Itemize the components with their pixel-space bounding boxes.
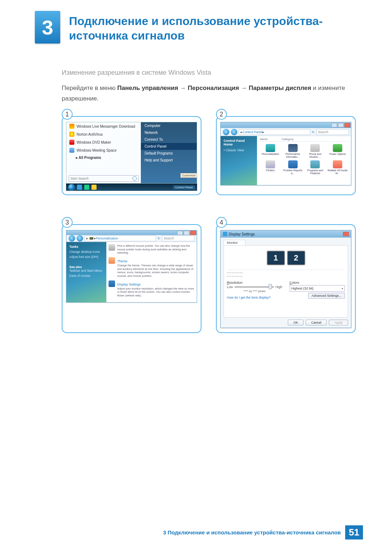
start-orb-icon[interactable] [68, 184, 75, 190]
cp-item-icon [288, 160, 298, 168]
cp-item-icon [266, 160, 275, 168]
slider-thumb[interactable] [269, 284, 272, 289]
pz-item[interactable]: Pick a different mouse pointer. You can … [109, 244, 195, 255]
section-subheading: Изменение разрешения в системе Windows V… [62, 69, 356, 77]
close-button[interactable] [344, 123, 350, 127]
window-titlebar [221, 122, 351, 128]
breadcrumb[interactable]: ▸ Control Panel ▸ [239, 129, 310, 135]
figure-1: 1 Windows Live Messenger Download Norton… [62, 116, 201, 195]
pz-side-link[interactable]: Taskbar and Start Menu [69, 269, 103, 272]
cp-classic-view-link[interactable]: • Classic View [224, 148, 254, 152]
advanced-settings-button[interactable]: Advanced Settings... [308, 293, 345, 299]
start-menu-screenshot: Windows Live Messenger Download Norton A… [66, 122, 197, 191]
pz-item-title: Theme [117, 259, 195, 263]
page: 3 Подключение и использование устройства… [0, 0, 392, 554]
instr-step3: Параметры дисплея [249, 85, 311, 91]
sm-right-item[interactable]: Help and Support [141, 157, 197, 164]
maximize-button[interactable] [184, 231, 189, 235]
sm-right-item[interactable]: Default Programs [141, 150, 197, 157]
close-button[interactable] [190, 231, 196, 235]
figure-3: 3 ‹ › ▸ 📟 ▸ Personalization ↻ Search Tas… [62, 224, 201, 333]
figure-2: 2 ‹ › ▸ Control Panel ▸ ↻ Search Control… [216, 116, 356, 195]
sm-right-item[interactable]: Network [141, 129, 197, 136]
dialog-titlebar: Display Settings [221, 230, 351, 238]
monitor-name-placeholder: ********** [227, 271, 345, 275]
cp-item-label: Personalization [260, 153, 281, 156]
cancel-button[interactable]: Cancel [306, 320, 327, 325]
search-box[interactable]: Search [162, 235, 195, 241]
cp-icon-item[interactable]: Problem Reports a... [282, 160, 303, 175]
start-menu-item[interactable]: Windows Live Messenger Download [66, 122, 141, 130]
pz-item[interactable]: Display SettingsAdjust your monitor reso… [109, 280, 195, 298]
pz-item[interactable]: ThemeChange the theme. Themes can change… [109, 257, 195, 278]
taskbar: Control Panel [66, 184, 197, 191]
maximize-button[interactable] [338, 123, 344, 127]
taskbar-icon[interactable] [91, 185, 97, 190]
start-search-box[interactable] [69, 175, 139, 182]
cp-home-link[interactable]: Control Panel Home [224, 139, 254, 146]
monitor-1[interactable]: 1 [267, 251, 285, 265]
taskbar-icon[interactable] [84, 185, 89, 190]
cp-item-label: Problem Reports a... [282, 169, 303, 175]
taskbar-icon[interactable] [77, 185, 82, 190]
cp-icon-item[interactable]: Phone and Modem ... [305, 144, 326, 158]
pz-side-link[interactable]: Adjust font size (DPI) [69, 255, 103, 259]
cp-icon-item[interactable]: Personalization [260, 144, 281, 158]
close-button[interactable] [343, 232, 349, 236]
colors-value: Highest (32 bit) [291, 287, 314, 290]
address-bar: ‹ › ▸ Control Panel ▸ ↻ Search [221, 128, 351, 136]
sm-item-label: Windows Live Messenger Download [77, 124, 135, 128]
footer-chapter-title: 3 Подключение и использование устройства… [163, 529, 341, 535]
slider-high: High [275, 285, 282, 289]
start-menu-item[interactable]: Windows Meeting Space [66, 146, 141, 154]
forward-button[interactable]: › [231, 129, 237, 135]
search-box[interactable]: Search [316, 129, 349, 135]
breadcrumb[interactable]: ▸ 📟 ▸ Personalization [85, 235, 156, 241]
pz-side-link[interactable]: Change desktop icons [69, 250, 103, 254]
pz-item-icon [109, 244, 115, 251]
pz-sidebar: Tasks Change desktop icons Adjust font s… [66, 242, 106, 302]
monitor-2[interactable]: 2 [287, 251, 305, 265]
cp-icon-item[interactable]: Performance Informatio... [282, 144, 303, 158]
minimize-button[interactable] [177, 231, 183, 235]
start-search-input[interactable] [70, 177, 137, 180]
window-titlebar [66, 230, 197, 235]
cp-sidebar: Control Panel Home • Classic View [221, 136, 257, 185]
back-button[interactable]: ‹ [223, 129, 229, 135]
cp-item-icon [333, 144, 342, 152]
content-block: Изменение разрешения в системе Windows V… [62, 69, 356, 104]
start-menu-item[interactable]: Windows DVD Maker [66, 138, 141, 146]
ok-button[interactable]: OK [288, 320, 303, 325]
sm-right-item-control-panel[interactable]: Control Panel [141, 143, 197, 150]
taskbar-task-button[interactable]: Control Panel [173, 185, 195, 189]
cp-icon-item[interactable]: Programs and Features [305, 160, 326, 175]
minimize-button[interactable] [331, 123, 337, 127]
colors-dropdown[interactable]: Highest (32 bit) ▾ [290, 285, 345, 292]
start-menu-item[interactable]: Norton AntiVirus [66, 130, 141, 138]
monitor-tab[interactable]: Monitor [224, 240, 245, 245]
slider-low: Low [227, 285, 233, 289]
sm-right-item[interactable]: Connect To [141, 136, 197, 143]
refresh-icon[interactable]: ↻ [158, 237, 160, 240]
cp-icon-item[interactable]: Power Options [327, 144, 348, 158]
apply-button[interactable]: Apply [329, 320, 348, 325]
figures-grid: 1 Windows Live Messenger Download Norton… [62, 116, 356, 333]
sm-item-label: Windows DVD Maker [77, 140, 111, 144]
all-programs[interactable]: ▸ All Programs [66, 154, 141, 161]
sm-right-item[interactable]: Computer [141, 122, 197, 129]
col-category: Category [282, 138, 293, 141]
instr-pre: Перейдите в меню [62, 85, 117, 91]
resolution-slider[interactable]: Low High [227, 285, 282, 289]
resolution-label: RResolution:esolution: [227, 281, 282, 284]
refresh-icon[interactable]: ↻ [312, 130, 315, 134]
back-button[interactable]: ‹ [69, 235, 75, 242]
cp-item-icon [333, 160, 342, 168]
pz-side-link[interactable]: Ease of Access [69, 274, 103, 278]
pz-item-title: Display Settings [117, 283, 195, 286]
cp-icon-item[interactable]: Realtek HD Audio M... [327, 160, 348, 175]
chapter-title: Подключение и использование устройства-и… [69, 14, 370, 43]
cp-icon-item[interactable]: Printers [260, 160, 281, 175]
cp-item-label: Performance Informatio... [282, 153, 303, 158]
monitor-panel: 1 2 ********** ********** RResolution:es… [224, 245, 348, 317]
forward-button[interactable]: › [77, 235, 83, 242]
